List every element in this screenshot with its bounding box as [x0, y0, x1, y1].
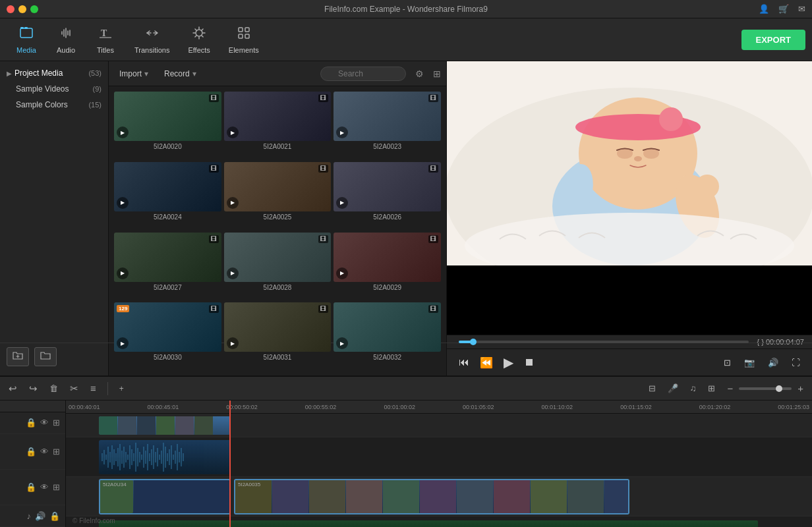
audio-track-eye-icon[interactable]: 👁 [40, 447, 49, 457]
audio-icon [59, 26, 73, 43]
track-eye-icon[interactable]: 👁 [40, 418, 49, 428]
new-folder-button[interactable] [34, 347, 57, 366]
zoom-slider[interactable] [739, 387, 792, 390]
cut-button[interactable]: ✂ [67, 381, 82, 397]
svg-point-22 [695, 175, 719, 198]
music-lock-icon[interactable]: 🔒 [49, 511, 60, 521]
voiceover-button[interactable]: 🎤 [664, 381, 682, 395]
record-button[interactable]: Record ▾ [159, 67, 202, 81]
mail-icon[interactable]: ✉ [798, 4, 805, 14]
svg-rect-8 [239, 34, 243, 38]
undo-button[interactable]: ↩ [5, 381, 20, 397]
track-lock-icon[interactable]: 🔒 [26, 418, 36, 428]
track-grid-icon[interactable]: ⊞ [53, 418, 60, 428]
video-clip-1[interactable] [99, 416, 231, 435]
preview-progress-bar[interactable] [459, 341, 749, 343]
redo-button[interactable]: ↪ [26, 381, 41, 397]
list-item[interactable]: 🎞 ▶ 5I2A0020 [114, 92, 221, 159]
video-clip-2-main[interactable]: 5I2A0U34 [99, 479, 231, 514]
preview-frame [447, 61, 812, 265]
ruler-mark-5: 00:01:05:02 [463, 404, 494, 410]
export-button[interactable]: EXPORT [741, 30, 805, 50]
list-item[interactable]: 🎞 ▶ 5I2A0027 [114, 233, 221, 300]
toolbar-transitions[interactable]: Transitions [125, 22, 179, 58]
media-icon [19, 26, 34, 43]
svg-rect-7 [245, 28, 249, 32]
ruler-mark-3: 00:00:55:02 [305, 404, 337, 410]
sample-videos-count: (9) [93, 85, 102, 93]
menu-button[interactable]: ≡ [87, 381, 100, 396]
list-item[interactable]: 🎞 ▶ 5I2A0029 [334, 233, 441, 300]
list-item[interactable]: 🎞 ▶ 5I2A0021 [224, 92, 332, 159]
media-toolbar: Import ▾ Record ▾ 🔍 ⚙ ⊞ [109, 61, 446, 86]
zoom-out-button[interactable]: − [724, 381, 736, 396]
delete-button[interactable]: 🗑 [46, 381, 61, 395]
zoom-in-button[interactable]: + [794, 381, 807, 396]
titles-icon: T [98, 26, 113, 43]
thumbnail-2: 🎞 ▶ [334, 92, 441, 141]
timeline-ruler: 00:00:40:01 00:00:45:01 00:00:50:02 00:0… [66, 401, 812, 414]
effects-icon [192, 26, 206, 43]
media-grid: 🎞 ▶ 5I2A0020 🎞 ▶ 5I2A0021 🎞 ▶ 5I2A0023 [109, 86, 446, 375]
list-item[interactable]: 🎞 ▶ 5I2A0026 [334, 162, 441, 230]
music-icon[interactable]: ♪ [27, 511, 32, 521]
music-bar[interactable] [99, 520, 758, 527]
timeline-area: ↩ ↪ 🗑 ✂ ≡ + ⊟ 🎤 ♫ ⊞ − + 🔒 👁 [0, 375, 812, 527]
split-button[interactable]: ⊞ [705, 381, 718, 395]
main-area: ▶ Project Media (53) Sample Videos (9) S… [0, 61, 812, 375]
user-icon[interactable]: 👤 [759, 4, 769, 14]
ruler-mark-8: 00:01:20:02 [699, 404, 731, 410]
thumbnail-1: 🎞 ▶ [224, 92, 332, 141]
close-button[interactable] [7, 5, 14, 13]
sidebar-item-sample-videos[interactable]: Sample Videos (9) [0, 81, 108, 97]
timeline-track-headers: 🔒 👁 ⊞ 🔒 👁 ⊞ 🔒 👁 ⊞ ♪ 🔊 🔒 [0, 401, 66, 527]
elements-label: Elements [229, 46, 259, 54]
sample-colors-count: (15) [88, 101, 102, 109]
media-filename-5: 5I2A0026 [334, 213, 441, 221]
toolbar-effects[interactable]: Effects [179, 22, 219, 58]
list-item[interactable]: 🎞 ▶ 5I2A0025 [224, 162, 332, 230]
video-clip-2-second[interactable]: 5I2A0035 [234, 479, 629, 514]
thumbnail-7: 🎞 ▶ [224, 233, 332, 282]
progress-thumb[interactable] [470, 339, 477, 345]
record-chevron-icon: ▾ [192, 69, 196, 78]
main-toolbar: Media Audio T Titles Transitions [0, 18, 812, 61]
list-item[interactable]: 🎞 ▶ 5I2A0028 [224, 233, 332, 300]
video-track-2-body: 5I2A0U34 [66, 477, 812, 516]
filter-icon[interactable]: ⚙ [415, 69, 424, 79]
toolbar-media[interactable]: Media [7, 22, 46, 58]
svg-text:T: T [101, 28, 107, 38]
minimize-button[interactable] [18, 5, 26, 13]
svg-rect-9 [245, 34, 249, 38]
toolbar-elements[interactable]: Elements [219, 22, 268, 58]
list-item[interactable]: 🎞 ▶ 5I2A0023 [334, 92, 441, 159]
toolbar-separator [107, 382, 108, 395]
sidebar-item-sample-colors[interactable]: Sample Colors (15) [0, 97, 108, 113]
titlebar: FileInfo.com Example - Wondershare Filmo… [0, 0, 812, 18]
toolbar-titles[interactable]: T Titles [86, 22, 125, 58]
track2-lock-icon[interactable]: 🔒 [26, 482, 36, 492]
track2-grid-icon[interactable]: ⊞ [53, 482, 60, 492]
add-track-button[interactable]: + [116, 382, 127, 395]
cart-icon[interactable]: 🛒 [778, 4, 789, 14]
toolbar-audio[interactable]: Audio [46, 22, 86, 58]
media-filename-1: 5I2A0021 [224, 143, 332, 150]
list-item[interactable]: 🎞 ▶ 5I2A0024 [114, 162, 221, 230]
thumbnail-8: 🎞 ▶ [334, 233, 441, 282]
audio-clip-1[interactable] [99, 440, 231, 474]
track2-eye-icon[interactable]: 👁 [40, 482, 49, 492]
elements-icon [237, 26, 251, 43]
add-folder-button[interactable] [7, 347, 29, 366]
sidebar-item-project-media[interactable]: ▶ Project Media (53) [0, 65, 108, 81]
scene-detect-button[interactable]: ⊟ [645, 381, 659, 395]
audio-track-lock-icon[interactable]: 🔒 [26, 447, 36, 457]
import-button[interactable]: Import ▾ [114, 67, 154, 81]
project-media-label: Project Media [14, 69, 88, 78]
audio-track-grid-icon[interactable]: ⊞ [53, 447, 60, 457]
beat-detect-button[interactable]: ♫ [687, 381, 700, 395]
grid-view-icon[interactable]: ⊞ [433, 69, 441, 79]
music-volume-icon[interactable]: 🔊 [35, 511, 45, 521]
maximize-button[interactable] [30, 5, 38, 13]
zoom-thumb[interactable] [776, 385, 782, 392]
search-input[interactable] [320, 67, 406, 81]
